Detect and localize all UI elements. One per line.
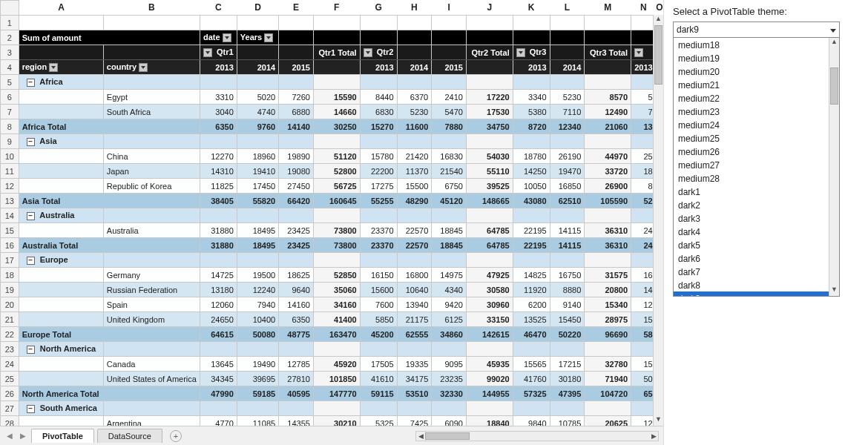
row-header[interactable]: 1	[1, 16, 19, 30]
column-header-A[interactable]: A	[19, 1, 103, 16]
hscroll-left-arrow[interactable]: ◀	[416, 432, 425, 440]
years-field-header[interactable]: Years	[237, 30, 278, 45]
tab-datasource[interactable]: DataSource	[97, 429, 162, 443]
tab-pivottable[interactable]: PivotTable	[31, 429, 94, 443]
row-header[interactable]: 9	[1, 134, 19, 149]
column-header-G[interactable]: G	[360, 1, 397, 16]
row-header[interactable]: 24	[1, 357, 19, 372]
cell[interactable]	[432, 16, 467, 30]
cell[interactable]	[513, 16, 550, 30]
cell[interactable]	[279, 16, 314, 30]
theme-option-dark3[interactable]: dark3	[674, 211, 839, 225]
theme-option-dark4[interactable]: dark4	[674, 225, 839, 238]
column-header-H[interactable]: H	[397, 1, 432, 16]
qtr4-collapse[interactable]	[634, 48, 643, 57]
horizontal-scrollbar[interactable]: ◀ ▶	[415, 431, 659, 441]
region-group[interactable]: − Asia	[19, 134, 103, 149]
scroll-down-arrow[interactable]: ▼	[654, 415, 663, 426]
add-sheet-button[interactable]: +	[170, 430, 182, 442]
theme-option-dark8[interactable]: dark8	[674, 278, 839, 291]
column-header-F[interactable]: F	[313, 1, 360, 16]
qtr3-header[interactable]: Qtr3	[513, 45, 550, 60]
row-header[interactable]: 16	[1, 238, 19, 253]
row-header[interactable]: 19	[1, 283, 19, 297]
qtr2-header[interactable]: Qtr2	[360, 45, 397, 60]
theme-option-dark2[interactable]: dark2	[674, 198, 839, 211]
column-header-E[interactable]: E	[279, 1, 314, 16]
cell[interactable]	[19, 16, 103, 30]
theme-listbox[interactable]: ▲ ▼ medium18medium19medium20medium21medi…	[673, 37, 840, 297]
region-group[interactable]: − North America	[19, 342, 103, 357]
cell[interactable]	[313, 16, 360, 30]
column-header-D[interactable]: D	[237, 1, 278, 16]
theme-option-dark6[interactable]: dark6	[674, 251, 839, 265]
theme-option-medium18[interactable]: medium18	[674, 38, 839, 51]
row-header[interactable]: 26	[1, 386, 19, 401]
theme-option-medium25[interactable]: medium25	[674, 131, 839, 145]
collapse-button[interactable]: −	[27, 138, 35, 146]
region-dropdown[interactable]	[49, 63, 58, 72]
cell[interactable]	[585, 16, 631, 30]
grid-area[interactable]: ABCDEFGHIJKLMNO12Sum of amountdate Years…	[0, 0, 663, 426]
listbox-scroll-thumb[interactable]	[830, 67, 838, 105]
theme-option-medium26[interactable]: medium26	[674, 145, 839, 158]
country-dropdown[interactable]	[139, 63, 148, 72]
row-header[interactable]: 14	[1, 208, 19, 223]
qtr1-collapse[interactable]	[203, 48, 212, 57]
theme-option-medium19[interactable]: medium19	[674, 51, 839, 65]
theme-option-medium21[interactable]: medium21	[674, 78, 839, 91]
row-header[interactable]: 3	[1, 45, 19, 60]
row-header[interactable]: 28	[1, 416, 19, 426]
listbox-scrollbar[interactable]: ▲ ▼	[829, 38, 839, 296]
row-header[interactable]: 13	[1, 194, 19, 208]
region-field-header[interactable]: region	[19, 60, 103, 75]
row-header[interactable]: 27	[1, 401, 19, 416]
collapse-button[interactable]: −	[27, 405, 35, 413]
column-header-N[interactable]: N	[631, 1, 657, 16]
row-header[interactable]: 5	[1, 75, 19, 90]
hscroll-right-arrow[interactable]: ▶	[649, 432, 658, 440]
tab-nav-prev[interactable]: ◀	[4, 431, 15, 441]
column-header-C[interactable]: C	[200, 1, 237, 16]
years-dropdown[interactable]	[264, 33, 273, 42]
date-field-header[interactable]: date	[200, 30, 237, 45]
row-header[interactable]: 11	[1, 164, 19, 179]
qtr3-collapse[interactable]	[516, 48, 525, 57]
column-header-J[interactable]: J	[466, 1, 513, 16]
column-header-M[interactable]: M	[585, 1, 631, 16]
theme-option-dark1[interactable]: dark1	[674, 185, 839, 198]
column-header-I[interactable]: I	[432, 1, 467, 16]
cell[interactable]	[360, 16, 397, 30]
vertical-scrollbar[interactable]: ▲ ▼	[653, 15, 663, 426]
listbox-scroll-up[interactable]: ▲	[829, 38, 839, 48]
row-header[interactable]: 20	[1, 297, 19, 312]
row-header[interactable]: 21	[1, 312, 19, 327]
cell[interactable]	[200, 16, 237, 30]
row-header[interactable]: 7	[1, 105, 19, 119]
row-header[interactable]: 15	[1, 223, 19, 238]
theme-option-dark7[interactable]: dark7	[674, 265, 839, 278]
cell[interactable]	[466, 16, 513, 30]
row-header[interactable]: 12	[1, 179, 19, 194]
column-header-B[interactable]: B	[103, 1, 200, 16]
theme-option-medium22[interactable]: medium22	[674, 91, 839, 105]
hscroll-thumb[interactable]	[425, 432, 470, 440]
theme-option-medium24[interactable]: medium24	[674, 118, 839, 131]
scroll-thumb[interactable]	[654, 25, 662, 85]
row-header[interactable]: 22	[1, 327, 19, 342]
date-dropdown[interactable]	[223, 33, 231, 42]
collapse-button[interactable]: −	[27, 79, 35, 87]
cell[interactable]	[103, 16, 200, 30]
column-header-L[interactable]: L	[550, 1, 585, 16]
qtr1-header[interactable]: Qtr1	[200, 45, 237, 60]
theme-option-dark9[interactable]: dark9	[674, 291, 839, 297]
cell[interactable]	[237, 16, 278, 30]
region-group[interactable]: − Africa	[19, 75, 103, 90]
row-header[interactable]: 18	[1, 268, 19, 283]
row-header[interactable]: 6	[1, 90, 19, 105]
region-group[interactable]: − Europe	[19, 253, 103, 268]
collapse-button[interactable]: −	[27, 212, 35, 220]
theme-option-dark5[interactable]: dark5	[674, 238, 839, 251]
region-group[interactable]: − South America	[19, 401, 103, 416]
select-all-corner[interactable]	[1, 1, 19, 16]
